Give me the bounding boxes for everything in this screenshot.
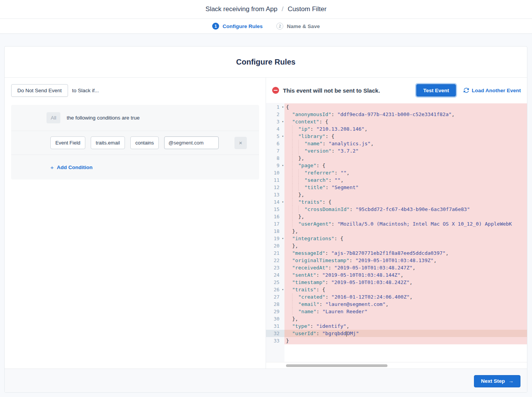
remove-condition-button[interactable]: × <box>234 137 247 149</box>
code-line[interactable]: }, <box>284 242 527 249</box>
code-line[interactable]: "integrations": { <box>284 235 527 242</box>
fold-arrow-icon[interactable]: ▾ <box>282 118 284 125</box>
code-line[interactable]: "page": { <box>284 162 527 169</box>
code-line[interactable]: "library": { <box>284 133 527 140</box>
condition-row: Event Field traits.email contains × <box>11 131 259 155</box>
breadcrumb-parent[interactable]: Slack receiving from App <box>206 5 278 13</box>
load-another-event-button[interactable]: Load Another Event <box>464 88 521 93</box>
code-line[interactable]: "userAgent": "Mozilla/5.0 (Macintosh; In… <box>284 220 527 228</box>
code-line[interactable]: "traits": { <box>284 286 527 293</box>
code-line[interactable]: "type": "identify", <box>284 322 527 330</box>
filter-action-row: Do Not Send Event to Slack if... <box>5 78 266 103</box>
minus-icon <box>272 87 279 94</box>
code-line[interactable]: }, <box>284 228 527 235</box>
gutter-line-number: 19▾ <box>266 235 284 242</box>
code-column: {"anonymousId": "ddf9ecda-977b-4231-b000… <box>284 103 527 362</box>
code-line[interactable]: "version": "3.7.2" <box>284 147 527 154</box>
fold-arrow-icon[interactable]: ▾ <box>282 235 284 242</box>
code-line[interactable]: "traits": { <box>284 198 527 206</box>
gutter-line-number: 7 <box>266 147 284 154</box>
arrow-right-icon: → <box>509 378 514 384</box>
code-line[interactable]: }, <box>284 191 527 198</box>
scrollbar-thumb[interactable] <box>286 364 387 367</box>
code-line[interactable]: }, <box>284 315 527 322</box>
gutter-line-number: 5▾ <box>266 133 284 140</box>
fold-arrow-icon[interactable]: ▾ <box>282 133 284 140</box>
code-line[interactable]: }, <box>284 213 527 220</box>
page-title: Configure Rules <box>5 47 527 78</box>
field-dropdown[interactable]: traits.email <box>91 136 125 149</box>
gutter-line-number: 12 <box>266 184 284 191</box>
gutter-line-number: 32 <box>266 330 284 337</box>
filter-action-suffix: to Slack if... <box>72 88 99 93</box>
gutter-line-number: 30 <box>266 315 284 322</box>
code-line[interactable]: "name": "analytics.js", <box>284 140 527 147</box>
code-line[interactable]: "sentAt": "2019-05-10T01:03:48.144Z", <box>284 271 527 279</box>
stepper: 1 Configure Rules 2 Name & Save <box>0 19 532 34</box>
close-icon: × <box>239 140 243 146</box>
code-line[interactable]: { <box>284 103 527 111</box>
operator-dropdown[interactable]: contains <box>130 136 159 149</box>
step-1-label: Configure Rules <box>223 23 263 29</box>
code-line[interactable]: "title": "Segment" <box>284 184 527 191</box>
gutter-line-number: 10 <box>266 169 284 176</box>
fold-arrow-icon[interactable]: ▾ <box>282 198 284 206</box>
gutter-line-number: 3▾ <box>266 118 284 125</box>
gutter-line-number: 13 <box>266 191 284 198</box>
gutter-line-number: 9▾ <box>266 162 284 169</box>
code-line[interactable]: "search": "", <box>284 176 527 184</box>
code-line[interactable]: "ip": "210.13.208.146", <box>284 125 527 133</box>
code-line[interactable]: "referrer": "", <box>284 169 527 176</box>
code-line[interactable]: "crossDomainId": "95cbdd72-fc67-4b43-b90… <box>284 206 527 213</box>
step-1-circle: 1 <box>212 23 219 30</box>
code-line[interactable]: "context": { <box>284 118 527 125</box>
next-step-label: Next Step <box>481 378 505 384</box>
event-status-text: This event will not be sent to Slack. <box>283 87 380 94</box>
test-event-button[interactable]: Test Event <box>416 84 456 96</box>
code-line[interactable]: "email": "lauren@segment.com", <box>284 301 527 308</box>
event-preview-panel: This event will not be sent to Slack. Te… <box>266 78 527 369</box>
add-condition-button[interactable]: + Add Condition <box>50 164 93 171</box>
fold-arrow-icon[interactable]: ▾ <box>282 286 284 293</box>
configure-rules-card: Configure Rules Do Not Send Event to Sla… <box>4 46 527 393</box>
breadcrumb-separator: / <box>282 5 284 13</box>
gutter-line-number: 25 <box>266 279 284 286</box>
gutter-line-number: 14▾ <box>266 198 284 206</box>
code-line[interactable]: "timestamp": "2019-05-10T01:03:48.242Z", <box>284 279 527 286</box>
code-line[interactable]: "anonymousId": "ddf9ecda-977b-4231-b000-… <box>284 111 527 118</box>
fold-arrow-icon[interactable]: ▾ <box>282 103 284 111</box>
match-type-label: the following conditions are true <box>66 115 140 121</box>
horizontal-scrollbar <box>266 362 527 369</box>
code-line[interactable]: }, <box>284 154 527 162</box>
gutter-line-number: 24 <box>266 271 284 279</box>
card-body: Do Not Send Event to Slack if... All the… <box>5 78 527 369</box>
fold-arrow-icon[interactable]: ▾ <box>282 162 284 169</box>
code-line[interactable]: } <box>284 337 527 344</box>
gutter-line-number: 23 <box>266 264 284 271</box>
step-name-save[interactable]: 2 Name & Save <box>276 23 320 30</box>
code-line[interactable]: "messageId": "ajs-7b8270771eb2f1f8a87eed… <box>284 249 527 257</box>
code-line[interactable]: "userId": "bgrqbddDMj" <box>284 330 527 337</box>
code-lines: {"anonymousId": "ddf9ecda-977b-4231-b000… <box>284 103 527 344</box>
card-footer: Next Step → <box>5 369 527 393</box>
gutter-line-number: 1▾ <box>266 103 284 111</box>
preview-actions: Test Event Load Another Event <box>416 84 521 96</box>
gutter-line-number: 28 <box>266 301 284 308</box>
match-type-chip[interactable]: All <box>47 112 60 123</box>
gutter-line-number: 11 <box>266 176 284 184</box>
code-line[interactable]: "originalTimestamp": "2019-05-10T01:03:4… <box>284 257 527 264</box>
gutter-lines: 1▾23▾45▾6789▾1011121314▾1516171819▾20212… <box>266 103 284 362</box>
field-type-dropdown[interactable]: Event Field <box>50 136 85 149</box>
gutter-line-number: 29 <box>266 308 284 315</box>
code-line[interactable]: "receivedAt": "2019-05-10T01:03:48.247Z"… <box>284 264 527 271</box>
gutter-line-number: 17 <box>266 220 284 228</box>
code-line[interactable]: "name": "Lauren Reeder" <box>284 308 527 315</box>
next-step-button[interactable]: Next Step → <box>474 375 520 387</box>
filter-action-button[interactable]: Do Not Send Event <box>11 84 68 97</box>
preview-header: This event will not be sent to Slack. Te… <box>266 78 527 103</box>
condition-value-input[interactable] <box>164 136 219 149</box>
step-configure-rules[interactable]: 1 Configure Rules <box>212 23 263 30</box>
breadcrumb: Slack receiving from App / Custom Filter <box>0 0 532 19</box>
code-line[interactable]: "created": "2016-01-12T02:24:06.400Z", <box>284 293 527 301</box>
plus-icon: + <box>50 164 54 171</box>
